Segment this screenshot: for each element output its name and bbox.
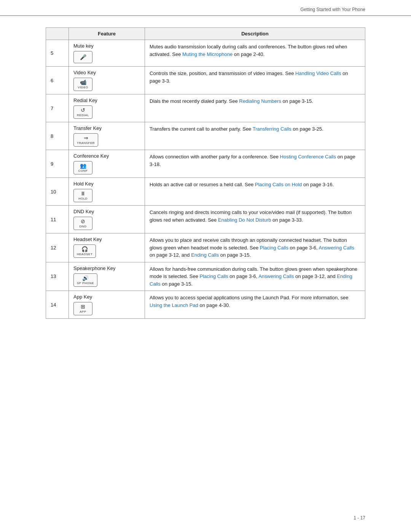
key-icon-mute: 🎤 bbox=[73, 51, 92, 63]
feature-name: Speakerphone Key bbox=[73, 265, 140, 271]
table-row: 6 Video Key 📹 VIDEO Controls the size, p… bbox=[46, 67, 365, 94]
desc-text: Allows you to place and receive calls th… bbox=[150, 237, 354, 258]
table-row: 13 Speakerphone Key 🔊 SP PHONE Allows fo… bbox=[46, 262, 365, 291]
icon-symbol: ⊞ bbox=[81, 304, 85, 309]
row-feature: Redial Key ↺ REDIAL bbox=[69, 94, 145, 122]
col-header-num bbox=[46, 28, 69, 40]
row-desc: Allows you to access special application… bbox=[145, 291, 365, 319]
feature-table: Feature Description 5 Mute key 🎤 Mutes a… bbox=[46, 27, 365, 319]
key-icon-spphone: 🔊 SP PHONE bbox=[73, 273, 97, 287]
icon-label: TRANSFER bbox=[77, 141, 95, 145]
col-header-desc: Description bbox=[145, 28, 365, 40]
key-icon-transfer: ⇒ TRANSFER bbox=[73, 133, 98, 147]
ref-link-1[interactable]: Transferring Calls bbox=[253, 126, 292, 132]
key-icon-dnd: ⊘ DND bbox=[73, 217, 92, 230]
ref-link-3[interactable]: Ending Calls bbox=[150, 273, 352, 287]
table-row: 11 DND Key ⊘ DND Cancels ringing and dir… bbox=[46, 206, 365, 233]
row-number: 10 bbox=[46, 178, 69, 206]
desc-text: Controls the size, position, and transmi… bbox=[150, 70, 348, 84]
key-icon-hold: ⏸ HOLD bbox=[73, 189, 92, 202]
row-desc: Transfers the current call to another pa… bbox=[145, 122, 365, 150]
feature-name: Transfer Key bbox=[73, 125, 140, 131]
ref-link-2[interactable]: Answering Calls bbox=[319, 245, 354, 251]
desc-text: Mutes audio transmission locally during … bbox=[150, 44, 347, 57]
ref-link-1[interactable]: Placing Calls bbox=[200, 273, 228, 279]
row-feature: App Key ⊞ APP bbox=[69, 291, 145, 319]
row-desc: Allows for hands-free communication duri… bbox=[145, 262, 365, 291]
desc-text: Allows for hands-free communication duri… bbox=[150, 266, 357, 287]
row-feature: Hold Key ⏸ HOLD bbox=[69, 178, 145, 206]
icon-label: SP PHONE bbox=[77, 281, 94, 285]
icon-symbol: 📹 bbox=[80, 80, 86, 85]
feature-name: Video Key bbox=[73, 70, 140, 75]
ref-link-1[interactable]: Using the Launch Pad bbox=[150, 302, 198, 308]
table-row: 9 Conference Key 👥 CONF Allows connectio… bbox=[46, 150, 365, 178]
table-row: 5 Mute key 🎤 Mutes audio transmission lo… bbox=[46, 40, 365, 67]
feature-name: Headset Key bbox=[73, 236, 140, 242]
row-feature: DND Key ⊘ DND bbox=[69, 206, 145, 233]
ref-link-1[interactable]: Muting the Microphone bbox=[182, 51, 233, 57]
row-feature: Transfer Key ⇒ TRANSFER bbox=[69, 122, 145, 150]
icon-symbol: ↺ bbox=[81, 107, 85, 113]
icon-symbol: 🎤 bbox=[80, 54, 86, 60]
table-row: 7 Redial Key ↺ REDIAL Dials the most rec… bbox=[46, 94, 365, 122]
feature-name: Conference Key bbox=[73, 153, 140, 159]
ref-link-1[interactable]: Enabling Do Not Disturb bbox=[218, 217, 271, 223]
ref-link-1[interactable]: Placing Calls bbox=[260, 245, 288, 251]
key-icon-headset: 🎧 HEADSET bbox=[73, 244, 96, 258]
key-icon-redial: ↺ REDIAL bbox=[73, 105, 92, 119]
feature-name: Redial Key bbox=[73, 97, 140, 103]
row-desc: Holds an active call or resumes a held c… bbox=[145, 178, 365, 206]
ref-link-1[interactable]: Placing Calls on Hold bbox=[255, 182, 302, 187]
page-content: Feature Description 5 Mute key 🎤 Mutes a… bbox=[0, 27, 411, 319]
desc-text: Cancels ringing and directs incoming cal… bbox=[150, 209, 352, 223]
desc-text: Allows you to access special application… bbox=[150, 295, 348, 308]
row-number: 12 bbox=[46, 233, 69, 262]
page-footer: 1 - 17 bbox=[354, 515, 365, 521]
ref-link-3[interactable]: Ending Calls bbox=[191, 252, 219, 258]
icon-label: VIDEO bbox=[78, 86, 88, 89]
header-title: Getting Started with Your Phone bbox=[300, 7, 365, 12]
row-desc: Controls the size, position, and transmi… bbox=[145, 67, 365, 94]
ref-link-1[interactable]: Handling Video Calls bbox=[295, 70, 341, 76]
icon-label: REDIAL bbox=[77, 113, 89, 117]
row-number: 11 bbox=[46, 206, 69, 233]
key-icon-video: 📹 VIDEO bbox=[73, 78, 92, 91]
row-number: 13 bbox=[46, 262, 69, 291]
ref-link-1[interactable]: Hosting Conference Calls bbox=[280, 154, 336, 160]
icon-symbol: ⊘ bbox=[81, 219, 85, 224]
key-icon-app: ⊞ APP bbox=[73, 302, 92, 315]
row-number: 14 bbox=[46, 291, 69, 319]
row-desc: Mutes audio transmission locally during … bbox=[145, 40, 365, 67]
table-row: 14 App Key ⊞ APP Allows you to access sp… bbox=[46, 291, 365, 319]
row-feature: Video Key 📹 VIDEO bbox=[69, 67, 145, 94]
row-number: 6 bbox=[46, 67, 69, 94]
icon-symbol: ⇒ bbox=[84, 135, 88, 141]
desc-text: Transfers the current call to another pa… bbox=[150, 126, 323, 132]
row-feature: Speakerphone Key 🔊 SP PHONE bbox=[69, 262, 145, 291]
row-number: 5 bbox=[46, 40, 69, 67]
icon-symbol: 🎧 bbox=[81, 246, 88, 252]
row-feature: Mute key 🎤 bbox=[69, 40, 145, 67]
icon-label: HOLD bbox=[78, 197, 88, 200]
feature-name: Mute key bbox=[73, 43, 140, 49]
icon-label: DND bbox=[80, 225, 87, 228]
row-desc: Cancels ringing and directs incoming cal… bbox=[145, 206, 365, 233]
row-feature: Headset Key 🎧 HEADSET bbox=[69, 233, 145, 262]
desc-text: Dials the most recently dialed party. Se… bbox=[150, 98, 313, 104]
key-icon-conf: 👥 CONF bbox=[73, 161, 92, 174]
ref-link-1[interactable]: Redialing Numbers bbox=[239, 98, 281, 104]
ref-link-2[interactable]: Answering Calls bbox=[258, 273, 294, 279]
page-header: Getting Started with Your Phone bbox=[0, 0, 411, 16]
row-number: 7 bbox=[46, 94, 69, 122]
row-desc: Dials the most recently dialed party. Se… bbox=[145, 94, 365, 122]
feature-name: Hold Key bbox=[73, 181, 140, 187]
table-row: 12 Headset Key 🎧 HEADSET Allows you to p… bbox=[46, 233, 365, 262]
icon-symbol: 👥 bbox=[80, 163, 86, 168]
row-feature: Conference Key 👥 CONF bbox=[69, 150, 145, 178]
icon-symbol: ⏸ bbox=[80, 191, 86, 196]
icon-symbol: 🔊 bbox=[82, 275, 89, 281]
table-row: 10 Hold Key ⏸ HOLD Holds an active call … bbox=[46, 178, 365, 206]
icon-label: APP bbox=[80, 310, 86, 313]
icon-label: HEADSET bbox=[77, 252, 92, 256]
